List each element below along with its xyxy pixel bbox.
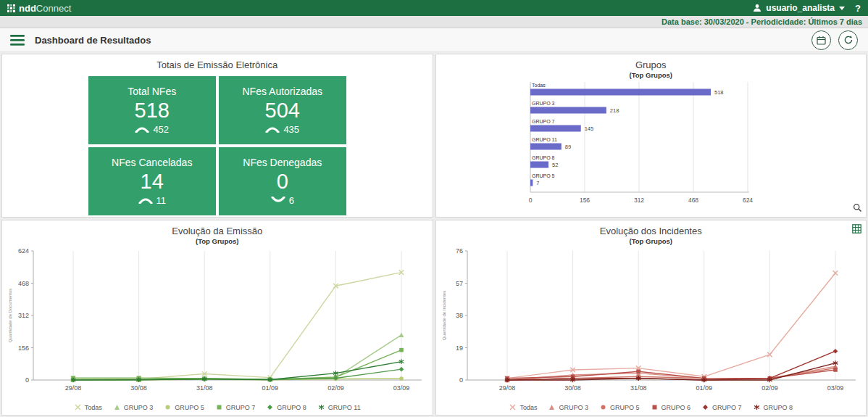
menu-button[interactable] [10, 35, 25, 46]
legend-item-grupo-6[interactable]: GRUPO 6 [651, 403, 691, 411]
topbar-right: usuario_analista ? [753, 3, 861, 14]
legend-label: GRUPO 8 [277, 404, 306, 411]
incidentes-chart-container: 29/0830/0831/0801/0902/0903/09019385776Q… [438, 247, 867, 400]
kpi-card-nfes-denegadas[interactable]: NFes Denegadas06 [219, 147, 346, 215]
brand-name: nddConnect [19, 3, 71, 14]
legend-marker-icon [548, 403, 556, 411]
table-view-button[interactable] [852, 224, 861, 236]
series-grupo-3[interactable] [507, 366, 835, 380]
bar-value-label: 518 [714, 89, 724, 96]
bar-grupo-3[interactable] [530, 107, 606, 114]
legend-label: GRUPO 8 [764, 404, 793, 411]
hamburger-icon [10, 35, 25, 46]
y-tick-label: 76 [455, 247, 462, 255]
emissao-chart-container: 29/0830/0831/0801/0902/0903/090156312468… [4, 247, 433, 400]
series-grupo-5[interactable] [507, 368, 835, 380]
table-icon [852, 224, 861, 234]
legend-label: GRUPO 7 [712, 404, 742, 411]
bar-category-label: GRUPO 3 [532, 101, 555, 106]
username: usuario_analista [766, 3, 835, 13]
grupos-chart-container: 0156312468624Todas518GRUPO 3218GRUPO 714… [436, 80, 867, 211]
legend-item-grupo-7[interactable]: GRUPO 7 [701, 403, 742, 411]
kpi-trend-value: 11 [157, 195, 167, 206]
grupos-chart[interactable]: 0156312468624Todas518GRUPO 3218GRUPO 714… [436, 80, 865, 208]
bar-category-label: GRUPO 8 [532, 155, 555, 160]
infobar: Data base: 30/03/2020 - Periodicidade: Ú… [0, 16, 868, 28]
bar-value-label: 7 [536, 180, 539, 186]
legend-item-grupo-5[interactable]: GRUPO 5 [164, 403, 204, 411]
y-tick-label: 624 [18, 247, 29, 255]
emissao-chart[interactable]: 29/0830/0831/0801/0902/0903/090156312468… [4, 247, 430, 397]
kpi-label: NFes Denegadas [243, 157, 322, 168]
kpi-label: NFes Autorizadas [243, 86, 323, 97]
x-tick-label: 01/09 [262, 384, 279, 392]
legend-marker-icon [164, 403, 172, 411]
bar-grupo-11[interactable] [530, 144, 562, 150]
legend-item-grupo-11[interactable]: GRUPO 11 [317, 403, 361, 411]
series-todas[interactable] [507, 273, 835, 378]
topbar: nddConnect usuario_analista ? [0, 0, 868, 16]
bar-value-label: 218 [609, 107, 619, 114]
page-header: Dashboard de Resultados [0, 28, 868, 52]
legend-marker-icon [113, 403, 121, 411]
brand[interactable]: nddConnect [7, 3, 71, 14]
y-tick-label: 19 [455, 344, 462, 352]
legend-item-todas[interactable]: Todas [509, 403, 537, 411]
kpi-label: NFes Canceladas [112, 157, 192, 168]
legend-item-grupo-3[interactable]: GRUPO 3 [548, 403, 588, 411]
series-grupo-3[interactable] [73, 335, 401, 380]
kpi-cards: Total NFes518452NFes Autorizadas504435NF… [2, 76, 433, 215]
emissao-panel-subtitle: (Top Grupos) [2, 237, 433, 245]
legend-label: GRUPO 7 [226, 404, 256, 411]
panel-grupos: Grupos (Top Grupos) 0156312468624Todas51… [435, 54, 867, 218]
incidentes-chart[interactable]: 29/0830/0831/0801/0902/0903/09019385776Q… [438, 247, 864, 397]
legend-label: GRUPO 5 [175, 404, 204, 411]
incidentes-panel-subtitle: (Top Grupos) [436, 237, 867, 245]
refresh-button[interactable] [838, 30, 858, 50]
grupos-panel-subtitle: (Top Grupos) [436, 71, 867, 79]
app-root: nddConnect usuario_analista ? Data base:… [0, 0, 868, 417]
legend-marker-icon [74, 403, 82, 411]
totais-panel-title: Totais de Emissão Eletrônica [2, 59, 433, 70]
kpi-trend: 6 [271, 195, 294, 206]
bar-value-label: 52 [552, 162, 558, 168]
kpi-card-nfes-autorizadas[interactable]: NFes Autorizadas504435 [219, 76, 346, 144]
database-period-text: Data base: 30/03/2020 - Periodicidade: Ú… [662, 17, 862, 26]
legend-item-grupo-7[interactable]: GRUPO 7 [215, 403, 256, 411]
panel-evolucao-incidentes: Evolução dos Incidentes (Top Grupos) 29/… [435, 220, 867, 416]
bar-grupo-8[interactable] [530, 162, 548, 168]
series-grupo-7[interactable] [73, 350, 401, 380]
legend-label: GRUPO 3 [559, 404, 588, 411]
legend-marker-icon [599, 403, 607, 411]
bar-category-label: GRUPO 11 [532, 137, 557, 142]
legend-label: Todas [85, 404, 102, 411]
legend-marker-icon [753, 403, 761, 411]
calendar-button[interactable] [811, 30, 831, 50]
x-tick-label: 29/08 [65, 384, 82, 392]
legend-item-todas[interactable]: Todas [74, 403, 102, 411]
bar-grupo-7[interactable] [530, 125, 581, 132]
legend-item-grupo-3[interactable]: GRUPO 3 [113, 403, 154, 411]
legend-item-grupo-5[interactable]: GRUPO 5 [599, 403, 640, 411]
y-tick-label: 38 [455, 312, 462, 319]
bar-todas[interactable] [530, 89, 711, 96]
emissao-panel-title: Evolução da Emissão [2, 226, 433, 236]
kpi-card-total-nfes[interactable]: Total NFes518452 [88, 76, 216, 144]
user-menu[interactable]: usuario_analista [753, 3, 845, 13]
trend-down-icon [271, 197, 285, 204]
help-button[interactable]: ? [855, 3, 861, 14]
legend-label: GRUPO 5 [610, 404, 640, 411]
legend-label: GRUPO 3 [124, 404, 154, 411]
series-todas[interactable] [73, 273, 401, 379]
bar-grupo-5[interactable] [530, 180, 533, 186]
kpi-trend: 452 [135, 124, 169, 135]
legend-label: Todas [519, 404, 537, 411]
kpi-card-nfes-canceladas[interactable]: NFes Canceladas1411 [88, 147, 216, 215]
legend-marker-icon [266, 403, 274, 411]
y-tick-label: 156 [18, 344, 29, 352]
zoom-button[interactable] [853, 203, 862, 215]
legend-item-grupo-8[interactable]: GRUPO 8 [753, 403, 793, 411]
x-tick-label: 624 [742, 197, 752, 204]
legend-item-grupo-8[interactable]: GRUPO 8 [266, 403, 306, 411]
y-axis-label: Quantidade de Documentos [8, 289, 12, 343]
